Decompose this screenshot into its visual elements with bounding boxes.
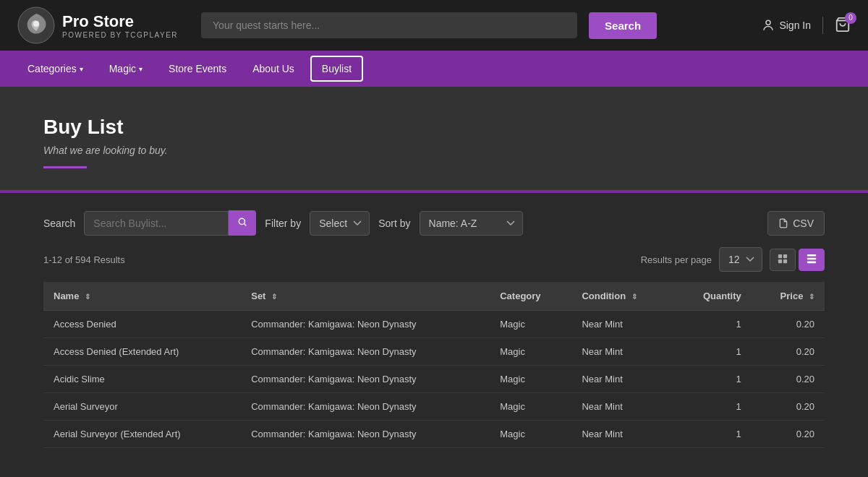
sort-select[interactable]: Name: A-Z Name: Z-A Price: Low-High Pric… xyxy=(420,211,523,236)
cell-price: 0.20 xyxy=(752,311,825,338)
nav-item-buylist[interactable]: Buylist xyxy=(310,56,363,82)
table-row: Aerial Surveyor (Extended Art) Commander… xyxy=(43,421,825,448)
col-quantity: Quantity xyxy=(673,282,751,311)
cart-button[interactable]: 0 xyxy=(835,17,851,35)
buylist-search-wrap xyxy=(84,210,256,236)
cell-price: 0.20 xyxy=(752,366,825,393)
cell-category: Magic xyxy=(490,393,571,421)
file-icon xyxy=(778,218,788,228)
cell-price: 0.20 xyxy=(752,393,825,421)
logo-icon xyxy=(17,7,55,44)
toolbar: Search Filter by Select Sort by Name: A-… xyxy=(43,210,825,236)
cell-set: Commander: Kamigawa: Neon Dynasty xyxy=(241,393,490,421)
sort-icon-set: ⇕ xyxy=(271,293,277,301)
svg-point-2 xyxy=(766,20,770,25)
logo-title: Pro Store xyxy=(62,12,178,31)
cell-name: Access Denied xyxy=(43,311,241,338)
csv-button[interactable]: CSV xyxy=(767,211,825,236)
filter-label: Filter by xyxy=(265,218,301,229)
cell-condition: Near Mint xyxy=(571,421,673,448)
header-divider xyxy=(822,17,823,34)
table-row: Access Denied (Extended Art) Commander: … xyxy=(43,338,825,366)
buylist-search-button[interactable] xyxy=(229,210,256,236)
logo-text: Pro Store POWERED BY TCGPLAYER xyxy=(62,12,178,39)
buylist-table: Name ⇕ Set ⇕ Category Condition ⇕ Quanti… xyxy=(43,282,825,448)
user-icon xyxy=(762,19,775,32)
svg-rect-10 xyxy=(807,254,816,256)
svg-rect-8 xyxy=(778,259,782,262)
svg-rect-9 xyxy=(783,259,787,262)
col-category: Category xyxy=(490,282,571,311)
cell-quantity: 1 xyxy=(673,421,751,448)
header-search-button[interactable]: Search xyxy=(589,12,657,39)
cell-name: Aerial Surveyor (Extended Art) xyxy=(43,421,241,448)
cell-quantity: 1 xyxy=(673,366,751,393)
col-price[interactable]: Price ⇕ xyxy=(752,282,825,311)
per-page-label: Results per page xyxy=(641,254,712,265)
sign-in-label: Sign In xyxy=(779,20,811,31)
col-condition[interactable]: Condition ⇕ xyxy=(571,282,673,311)
cart-badge: 0 xyxy=(845,12,856,24)
nav-item-magic[interactable]: Magic ▾ xyxy=(99,57,153,80)
sort-icon-condition: ⇕ xyxy=(631,293,637,301)
nav-item-categories[interactable]: Categories ▾ xyxy=(17,57,93,80)
hero-section: Buy List What we are looking to buy. xyxy=(0,87,868,193)
cell-set: Commander: Kamigawa: Neon Dynasty xyxy=(241,338,490,366)
cell-condition: Near Mint xyxy=(571,311,673,338)
view-toggles xyxy=(770,249,825,271)
cell-price: 0.20 xyxy=(752,421,825,448)
table-body: Access Denied Commander: Kamigawa: Neon … xyxy=(43,311,825,448)
toolbar-right: CSV xyxy=(767,211,825,236)
csv-label: CSV xyxy=(793,218,814,229)
chevron-down-icon: ▾ xyxy=(139,65,142,73)
cell-quantity: 1 xyxy=(673,311,751,338)
sort-icon-name: ⇕ xyxy=(85,293,90,301)
search-icon xyxy=(237,217,247,227)
nav-item-store-events[interactable]: Store Events xyxy=(158,57,237,80)
table-row: Aerial Surveyor Commander: Kamigawa: Neo… xyxy=(43,393,825,421)
list-view-button[interactable] xyxy=(799,249,825,271)
logo-subtitle: POWERED BY TCGPLAYER xyxy=(62,31,178,39)
cell-set: Commander: Kamigawa: Neon Dynasty xyxy=(241,311,490,338)
table-header: Name ⇕ Set ⇕ Category Condition ⇕ Quanti… xyxy=(43,282,825,311)
logo[interactable]: Pro Store POWERED BY TCGPLAYER xyxy=(17,7,178,44)
svg-point-4 xyxy=(239,218,245,224)
grid-view-button[interactable] xyxy=(770,249,796,271)
col-name[interactable]: Name ⇕ xyxy=(43,282,241,311)
main-content: Search Filter by Select Sort by Name: A-… xyxy=(0,193,868,465)
page-title: Buy List xyxy=(43,116,825,139)
chevron-down-icon: ▾ xyxy=(80,65,83,73)
col-set[interactable]: Set ⇕ xyxy=(241,282,490,311)
cell-set: Commander: Kamigawa: Neon Dynasty xyxy=(241,366,490,393)
sort-label: Sort by xyxy=(378,218,410,229)
cell-category: Magic xyxy=(490,311,571,338)
sort-icon-price: ⇕ xyxy=(809,293,814,301)
cell-category: Magic xyxy=(490,366,571,393)
cell-price: 0.20 xyxy=(752,338,825,366)
svg-rect-11 xyxy=(807,257,816,259)
nav-bar: Categories ▾ Magic ▾ Store Events About … xyxy=(0,51,868,87)
buylist-search-input[interactable] xyxy=(84,211,229,236)
cell-quantity: 1 xyxy=(673,338,751,366)
hero-subtitle: What we are looking to buy. xyxy=(43,145,825,156)
header-search-container xyxy=(201,12,577,38)
grid-icon xyxy=(778,254,788,264)
search-label: Search xyxy=(43,218,75,229)
svg-point-1 xyxy=(33,21,39,27)
cell-condition: Near Mint xyxy=(571,366,673,393)
svg-rect-7 xyxy=(783,254,787,257)
table-row: Access Denied Commander: Kamigawa: Neon … xyxy=(43,311,825,338)
list-icon xyxy=(807,254,817,264)
sign-in-button[interactable]: Sign In xyxy=(762,19,811,32)
table-row: Acidic Slime Commander: Kamigawa: Neon D… xyxy=(43,366,825,393)
results-right: Results per page 12 24 48 96 xyxy=(641,247,825,272)
filter-select[interactable]: Select xyxy=(310,211,370,236)
cell-name: Aerial Surveyor xyxy=(43,393,241,421)
cell-name: Acidic Slime xyxy=(43,366,241,393)
header-right: Sign In 0 xyxy=(762,17,851,35)
header: Pro Store POWERED BY TCGPLAYER Search Si… xyxy=(0,0,868,51)
per-page-select[interactable]: 12 24 48 96 xyxy=(719,247,762,272)
nav-item-about-us[interactable]: About Us xyxy=(242,57,305,80)
header-search-input[interactable] xyxy=(201,12,577,38)
svg-line-5 xyxy=(244,224,247,226)
